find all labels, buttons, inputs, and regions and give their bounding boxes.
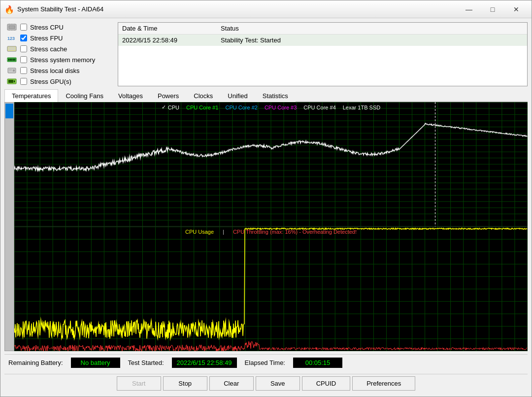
stress-memory-label: Stress system memory — [30, 56, 95, 64]
svg-rect-24 — [8, 80, 13, 83]
legend-cpu-usage: CPU Usage — [185, 229, 214, 235]
chart-scrollbar[interactable] — [4, 102, 14, 351]
status-bar: Remaining Battery: No battery Test Start… — [4, 354, 528, 371]
elapsed-value: 00:05:15 — [293, 358, 342, 368]
temperature-chart: ✓ CPU CPU Core #1 CPU Core #2 CPU Core #… — [14, 102, 528, 227]
legend-core3-label: CPU Core #3 — [265, 105, 297, 110]
stress-disks-label: Stress local disks — [30, 67, 79, 74]
log-status-0: Stability Test: Started — [221, 36, 299, 44]
log-header: Date & Time Status — [118, 23, 527, 35]
cpuid-button[interactable]: CPUID — [302, 376, 350, 391]
disks-icon — [6, 67, 17, 74]
legend-cpu-label: CPU — [168, 105, 179, 110]
legend-core2-label: CPU Core #2 — [225, 105, 257, 110]
test-started-label: Test Started: — [128, 359, 164, 366]
stress-fpu-item: 123 Stress FPU — [4, 33, 113, 43]
log-row-0: 2022/6/15 22:58:49 Stability Test: Start… — [118, 35, 527, 46]
temp-canvas — [14, 102, 528, 226]
stress-gpu-label: Stress GPU(s) — [30, 78, 71, 85]
log-panel: Date & Time Status 2022/6/15 22:58:49 St… — [118, 22, 528, 86]
tab-clocks[interactable]: Clocks — [186, 89, 220, 102]
tabs-section: Temperatures Cooling Fans Voltages Power… — [4, 89, 528, 351]
stress-cache-item: Stress cache — [4, 44, 113, 54]
stress-cache-label: Stress cache — [30, 45, 67, 53]
memory-icon — [6, 56, 17, 64]
svg-rect-14 — [8, 59, 9, 61]
stress-cache-checkbox[interactable] — [20, 45, 27, 52]
tab-cooling-fans[interactable]: Cooling Fans — [58, 89, 111, 102]
preferences-button[interactable]: Preferences — [352, 376, 415, 391]
svg-rect-12 — [8, 49, 15, 50]
window-title: System Stability Test - AIDA64 — [17, 5, 458, 13]
stress-disks-item: Stress local disks — [4, 66, 113, 75]
cpu-usage-chart: CPU Usage | CPU Throttling (max: 16%) - … — [14, 227, 528, 351]
svg-rect-2 — [9, 26, 15, 29]
tab-statistics[interactable]: Statistics — [255, 89, 296, 102]
svg-rect-22 — [9, 70, 12, 71]
close-button[interactable]: ✕ — [505, 2, 528, 17]
clear-button[interactable]: Clear — [209, 376, 254, 391]
svg-point-21 — [13, 70, 14, 71]
charts-area: ✓ CPU CPU Core #1 CPU Core #2 CPU Core #… — [4, 102, 528, 351]
stress-options-panel: Stress CPU 123 Stress FPU — [4, 22, 113, 86]
main-content: Stress CPU 123 Stress FPU — [0, 18, 532, 397]
tab-voltages[interactable]: Voltages — [111, 89, 150, 102]
legend-core1: CPU Core #1 — [186, 104, 218, 110]
tab-bar: Temperatures Cooling Fans Voltages Power… — [4, 89, 528, 102]
legend-core4-label: CPU Core #4 — [303, 105, 335, 110]
battery-value: No battery — [71, 358, 120, 368]
start-button[interactable]: Start — [117, 376, 161, 391]
tab-unified[interactable]: Unified — [220, 89, 255, 102]
cpu-chart-legend: CPU Usage | CPU Throttling (max: 16%) - … — [14, 229, 528, 235]
test-started-value: 2022/6/15 22:58:49 — [172, 358, 237, 368]
stress-fpu-label: Stress FPU — [30, 35, 63, 42]
legend-cpu-throttle: CPU Throttling (max: 16%) - Overheating … — [233, 229, 357, 235]
scrollbar-thumb — [5, 104, 13, 118]
elapsed-label: Elapsed Time: — [245, 359, 285, 366]
cpu-canvas — [14, 227, 528, 351]
stress-gpu-item: Stress GPU(s) — [4, 76, 113, 86]
window-controls: — □ ✕ — [458, 2, 528, 17]
stress-gpu-checkbox[interactable] — [20, 78, 27, 85]
stress-fpu-checkbox[interactable] — [20, 35, 27, 41]
svg-text:123: 123 — [7, 36, 15, 41]
legend-core4: CPU Core #4 — [303, 104, 335, 110]
log-header-datetime: Date & Time — [122, 25, 201, 32]
stress-cpu-label: Stress CPU — [30, 24, 64, 31]
maximize-button[interactable]: □ — [481, 2, 504, 17]
tab-powers[interactable]: Powers — [150, 89, 186, 102]
stress-disks-checkbox[interactable] — [20, 67, 27, 74]
legend-ssd-label: Lexar 1TB SSD — [343, 105, 380, 110]
gpu-icon — [6, 77, 17, 85]
stop-button[interactable]: Stop — [163, 376, 207, 391]
svg-rect-11 — [8, 47, 15, 48]
cpu-icon — [6, 23, 17, 31]
legend-cpu: ✓ CPU — [162, 104, 179, 110]
legend-ssd: Lexar 1TB SSD — [343, 104, 380, 110]
cache-icon — [6, 45, 17, 53]
svg-rect-15 — [10, 59, 11, 61]
main-window: 🔥 System Stability Test - AIDA64 — □ ✕ — [0, 0, 532, 397]
tab-temperatures[interactable]: Temperatures — [4, 89, 58, 102]
stress-memory-item: Stress system memory — [4, 55, 113, 65]
save-button[interactable]: Save — [256, 376, 300, 391]
charts-container: ✓ CPU CPU Core #1 CPU Core #2 CPU Core #… — [14, 102, 528, 351]
app-icon: 🔥 — [4, 4, 14, 14]
titlebar: 🔥 System Stability Test - AIDA64 — □ ✕ — [0, 0, 532, 18]
fpu-icon: 123 — [6, 34, 17, 42]
svg-rect-17 — [13, 59, 14, 61]
log-datetime-0: 2022/6/15 22:58:49 — [122, 36, 201, 44]
legend-cpu-throttle-label: CPU Throttling (max: 16%) - Overheating … — [233, 229, 357, 235]
legend-core1-label: CPU Core #1 — [186, 105, 218, 110]
battery-label: Remaining Battery: — [8, 359, 63, 366]
stress-cpu-checkbox[interactable] — [20, 24, 27, 31]
minimize-button[interactable]: — — [458, 2, 480, 17]
stress-memory-checkbox[interactable] — [20, 56, 27, 63]
legend-core3: CPU Core #3 — [265, 104, 297, 110]
button-bar: Start Stop Clear Save CPUID Preferences — [4, 374, 528, 393]
legend-core2: CPU Core #2 — [225, 104, 257, 110]
svg-rect-18 — [14, 59, 15, 61]
svg-rect-16 — [11, 59, 12, 61]
legend-cpu-usage-label: CPU Usage — [185, 229, 214, 235]
temp-chart-legend: ✓ CPU CPU Core #1 CPU Core #2 CPU Core #… — [14, 104, 528, 110]
